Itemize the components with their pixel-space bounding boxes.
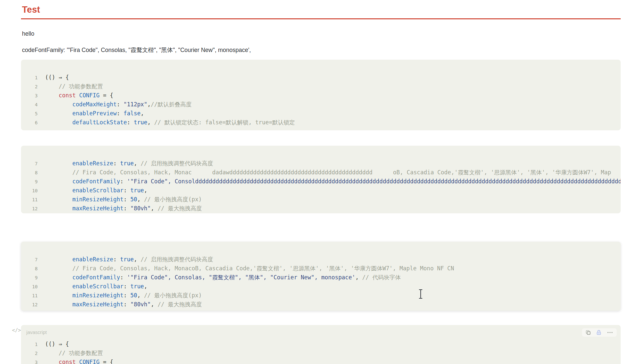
line-number: 2 — [21, 82, 38, 91]
code-line[interactable]: 10 enableScrollbar: true, — [21, 186, 621, 195]
code-block-header-spacer — [21, 60, 621, 73]
code-text: defaultLockState: true, // 默认锁定状态: false… — [45, 119, 295, 126]
code-line[interactable]: 8 // Fira Code, Consolas, Hack, Monac da… — [21, 168, 621, 177]
line-number: 7 — [21, 159, 38, 168]
line-number: 12 — [21, 204, 38, 213]
code-block-3: 7 enableResize: true, // 启用拖拽调整代码块高度8 //… — [21, 242, 621, 311]
copy-icon[interactable] — [585, 329, 591, 336]
code-line[interactable]: 2 // 功能参数配置 — [21, 82, 621, 91]
code-text: codeFontFamily: '"Fira Code", Consolas, … — [45, 274, 401, 281]
code-block-header: javascript — [21, 325, 621, 340]
code-text: const CONFIG = { — [45, 359, 113, 364]
page-title: Test — [21, 0, 621, 19]
code-text: // 功能参数配置 — [45, 83, 103, 90]
code-text: maxResizeHeight: "80vh", // 最大拖拽高度 — [45, 301, 202, 308]
code-block-header-spacer — [21, 242, 621, 255]
code-line[interactable]: 12 maxResizeHeight: "80vh", // 最大拖拽高度 — [21, 204, 621, 213]
code-lines: 1(() ⇒ {2 // 功能参数配置3 const CONFIG = { — [21, 340, 621, 364]
line-number: 6 — [21, 118, 38, 127]
line-number: 10 — [21, 282, 38, 291]
more-options-icon[interactable] — [606, 329, 614, 336]
line-number: 11 — [21, 195, 38, 204]
line-number: 7 — [21, 255, 38, 264]
code-text: enablePreview: false, — [45, 110, 144, 117]
line-number: 11 — [21, 291, 38, 300]
code-text: enableScrollbar: true, — [45, 187, 147, 194]
code-block-2: 7 enableResize: true, // 启用拖拽调整代码块高度8 //… — [21, 146, 621, 213]
line-number: 2 — [21, 349, 38, 358]
line-number: 3 — [21, 91, 38, 100]
code-text: minResizeHeight: 50, // 最小拖拽高度(px) — [45, 196, 202, 203]
language-label[interactable]: javascript — [26, 330, 47, 335]
code-line[interactable]: 4 codeMaxHeight: "112px",//默认折叠高度 — [21, 100, 621, 109]
code-lines: 7 enableResize: true, // 启用拖拽调整代码块高度8 //… — [21, 255, 621, 309]
code-text: // Fira Code, Consolas, Hack, MonacoB, C… — [45, 265, 454, 272]
code-line[interactable]: 9 codeFontFamily: '"Fira Code", Consoldd… — [21, 177, 621, 186]
code-line[interactable]: 12 maxResizeHeight: "80vh", // 最大拖拽高度 — [21, 300, 621, 309]
code-line[interactable]: 11 minResizeHeight: 50, // 最小拖拽高度(px) — [21, 195, 621, 204]
hello-text: hello — [22, 30, 621, 37]
code-block-header-spacer — [21, 146, 621, 159]
code-text: enableResize: true, // 启用拖拽调整代码块高度 — [45, 160, 213, 167]
line-number: 8 — [21, 264, 38, 273]
code-line[interactable]: 1(() ⇒ { — [21, 73, 621, 82]
code-text: (() ⇒ { — [45, 74, 69, 81]
code-lines: 1(() ⇒ {2 // 功能参数配置3 const CONFIG = {4 c… — [21, 73, 621, 127]
code-line[interactable]: 3 const CONFIG = { — [21, 358, 621, 364]
code-line[interactable]: 10 enableScrollbar: true, — [21, 282, 621, 291]
line-number: 1 — [21, 73, 38, 82]
code-lines: 7 enableResize: true, // 启用拖拽调整代码块高度8 //… — [21, 159, 621, 213]
code-block-actions — [582, 328, 617, 337]
font-family-text: codeFontFamily: '"Fira Code", Consolas, … — [22, 46, 621, 54]
lock-icon[interactable] — [596, 329, 602, 336]
code-line[interactable]: 2 // 功能参数配置 — [21, 349, 621, 358]
code-line[interactable]: 7 enableResize: true, // 启用拖拽调整代码块高度 — [21, 159, 621, 168]
code-text: enableResize: true, // 启用拖拽调整代码块高度 — [45, 256, 213, 263]
code-line[interactable]: 7 enableResize: true, // 启用拖拽调整代码块高度 — [21, 255, 621, 264]
code-line[interactable]: 6 defaultLockState: true, // 默认锁定状态: fal… — [21, 118, 621, 127]
code-fence-icon[interactable]: </> — [12, 327, 21, 333]
code-line[interactable]: 11 minResizeHeight: 50, // 最小拖拽高度(px) — [21, 291, 621, 300]
line-number: 9 — [21, 177, 38, 186]
line-number: 5 — [21, 109, 38, 118]
code-text: const CONFIG = { — [45, 92, 113, 99]
line-number: 9 — [21, 273, 38, 282]
code-text: maxResizeHeight: "80vh", // 最大拖拽高度 — [45, 205, 202, 212]
line-number: 4 — [21, 100, 38, 109]
code-text: (() ⇒ { — [45, 341, 69, 347]
line-number: 10 — [21, 186, 38, 195]
code-text: // 功能参数配置 — [45, 350, 103, 356]
code-text: minResizeHeight: 50, // 最小拖拽高度(px) — [45, 292, 202, 299]
code-block-4: javascript — [21, 325, 621, 364]
line-number: 12 — [21, 300, 38, 309]
code-text: codeFontFamily: '"Fira Code", Consoldddd… — [45, 178, 621, 185]
code-line[interactable]: 3 const CONFIG = { — [21, 91, 621, 100]
markdown-preview-page: Test hello codeFontFamily: '"Fira Code",… — [0, 0, 636, 364]
line-number: 8 — [21, 168, 38, 177]
code-text: // Fira Code, Consolas, Hack, Monac dada… — [45, 169, 611, 176]
line-number: 1 — [21, 340, 38, 349]
code-line[interactable]: 5 enablePreview: false, — [21, 109, 621, 118]
code-line[interactable]: 1(() ⇒ { — [21, 340, 621, 349]
code-text: enableScrollbar: true, — [45, 283, 147, 290]
code-block-1: 1(() ⇒ {2 // 功能参数配置3 const CONFIG = {4 c… — [21, 60, 621, 130]
code-line[interactable]: 8 // Fira Code, Consolas, Hack, MonacoB,… — [21, 264, 621, 273]
code-line[interactable]: 9 codeFontFamily: '"Fira Code", Consolas… — [21, 273, 621, 282]
line-number: 3 — [21, 358, 38, 364]
code-text: codeMaxHeight: "112px",//默认折叠高度 — [45, 101, 192, 108]
text-cursor-pointer — [418, 289, 424, 301]
